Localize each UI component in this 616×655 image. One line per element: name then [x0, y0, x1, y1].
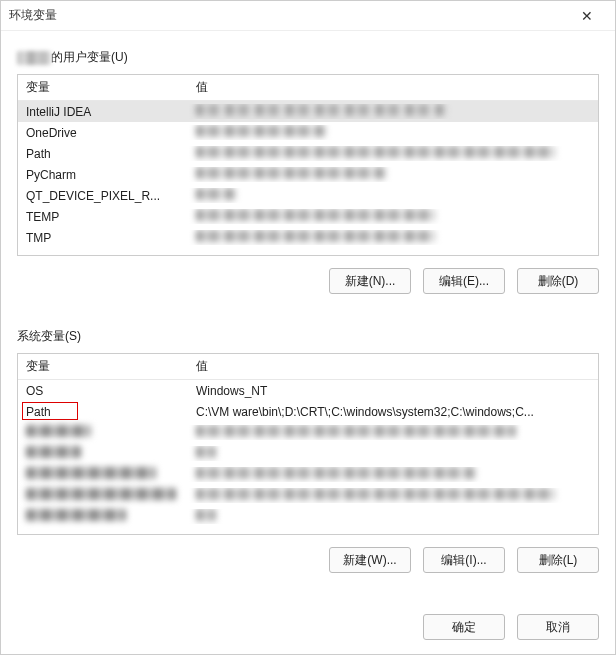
system-delete-button[interactable]: 删除(L)	[517, 547, 599, 573]
blurred-var-name	[26, 446, 81, 458]
var-value-cell	[188, 509, 598, 524]
var-value-cell	[188, 104, 598, 119]
var-name-cell: Path	[18, 405, 188, 419]
var-name-cell: Path	[18, 147, 188, 161]
var-value-cell: Windows_NT	[188, 384, 598, 398]
blurred-value	[196, 467, 476, 479]
user-header-val[interactable]: 值	[188, 79, 598, 96]
dialog-title: 环境变量	[9, 7, 567, 24]
titlebar: 环境变量 ✕	[1, 1, 615, 31]
var-name-cell: QT_DEVICE_PIXEL_R...	[18, 189, 188, 203]
env-vars-dialog: 环境变量 ✕ 的用户变量(U) 变量 值 IntelliJ IDEAOneDri…	[0, 0, 616, 655]
table-row[interactable]: PyCharm	[18, 164, 598, 185]
system-vars-header: 变量 值	[18, 354, 598, 380]
table-row[interactable]: Path	[18, 143, 598, 164]
table-row[interactable]	[18, 443, 598, 464]
var-value-cell	[188, 125, 598, 140]
user-vars-label: 的用户变量(U)	[17, 49, 599, 66]
var-value-cell	[188, 146, 598, 161]
var-value-cell	[188, 446, 598, 461]
blurred-var-name	[26, 467, 156, 479]
table-row[interactable]	[18, 464, 598, 485]
table-row[interactable]	[18, 506, 598, 527]
var-value-cell	[188, 425, 598, 440]
table-row[interactable]: IntelliJ IDEA	[18, 101, 598, 122]
var-name-cell	[18, 467, 188, 482]
ok-button[interactable]: 确定	[423, 614, 505, 640]
user-vars-body: IntelliJ IDEAOneDrivePathPyCharmQT_DEVIC…	[18, 101, 598, 248]
table-row[interactable]: OneDrive	[18, 122, 598, 143]
user-vars-buttons: 新建(N)... 编辑(E)... 删除(D)	[17, 268, 599, 294]
system-edit-button[interactable]: 编辑(I)...	[423, 547, 505, 573]
var-name-cell	[18, 509, 188, 524]
blurred-value	[196, 209, 436, 221]
blurred-value	[196, 188, 236, 200]
blurred-var-name	[26, 509, 126, 521]
user-new-button[interactable]: 新建(N)...	[329, 268, 411, 294]
system-vars-label: 系统变量(S)	[17, 328, 599, 345]
table-row[interactable]: QT_DEVICE_PIXEL_R...	[18, 185, 598, 206]
system-vars-buttons: 新建(W)... 编辑(I)... 删除(L)	[17, 547, 599, 573]
var-name-cell: IntelliJ IDEA	[18, 105, 188, 119]
system-vars-list[interactable]: 变量 值 OSWindows_NTPathC:\VM ware\bin\;D:\…	[17, 353, 599, 535]
var-name-cell: OneDrive	[18, 126, 188, 140]
var-name-cell: TEMP	[18, 210, 188, 224]
table-row[interactable]: TMP	[18, 227, 598, 248]
user-delete-button[interactable]: 删除(D)	[517, 268, 599, 294]
table-row[interactable]: TEMP	[18, 206, 598, 227]
blurred-value	[196, 425, 516, 437]
var-value-cell	[188, 488, 598, 503]
dialog-footer: 确定 取消	[1, 604, 615, 654]
var-name-cell	[18, 446, 188, 461]
blurred-var-name	[26, 488, 176, 500]
blurred-var-name	[26, 425, 91, 437]
table-row[interactable]: PathC:\VM ware\bin\;D:\CRT\;C:\windows\s…	[18, 401, 598, 422]
var-name-cell: TMP	[18, 231, 188, 245]
var-name-cell: OS	[18, 384, 188, 398]
table-row[interactable]: OSWindows_NT	[18, 380, 598, 401]
var-value-cell	[188, 188, 598, 203]
blurred-value	[196, 509, 216, 521]
blurred-value	[196, 125, 326, 137]
var-value-cell	[188, 167, 598, 182]
dialog-content: 的用户变量(U) 变量 值 IntelliJ IDEAOneDrivePathP…	[1, 31, 615, 604]
var-value-cell	[188, 230, 598, 245]
blurred-value	[196, 146, 556, 158]
var-name-cell: PyCharm	[18, 168, 188, 182]
user-vars-list[interactable]: 变量 值 IntelliJ IDEAOneDrivePathPyCharmQT_…	[17, 74, 599, 256]
blurred-value	[196, 104, 446, 116]
close-icon: ✕	[581, 8, 593, 24]
var-value-cell	[188, 209, 598, 224]
blurred-value	[196, 446, 216, 458]
blurred-value	[196, 230, 436, 242]
var-value-cell: C:\VM ware\bin\;D:\CRT\;C:\windows\syste…	[188, 405, 598, 419]
system-header-var[interactable]: 变量	[18, 358, 188, 375]
close-button[interactable]: ✕	[567, 2, 607, 30]
blurred-value	[196, 488, 556, 500]
var-value-cell	[188, 467, 598, 482]
system-header-val[interactable]: 值	[188, 358, 598, 375]
var-name-cell	[18, 425, 188, 440]
var-name-cell	[18, 488, 188, 503]
user-vars-label-suffix: 的用户变量(U)	[51, 49, 128, 66]
blurred-value	[196, 167, 386, 179]
blurred-username	[17, 51, 51, 65]
system-vars-body: OSWindows_NTPathC:\VM ware\bin\;D:\CRT\;…	[18, 380, 598, 527]
user-header-var[interactable]: 变量	[18, 79, 188, 96]
table-row[interactable]	[18, 485, 598, 506]
user-vars-header: 变量 值	[18, 75, 598, 101]
table-row[interactable]	[18, 422, 598, 443]
user-edit-button[interactable]: 编辑(E)...	[423, 268, 505, 294]
system-new-button[interactable]: 新建(W)...	[329, 547, 411, 573]
cancel-button[interactable]: 取消	[517, 614, 599, 640]
